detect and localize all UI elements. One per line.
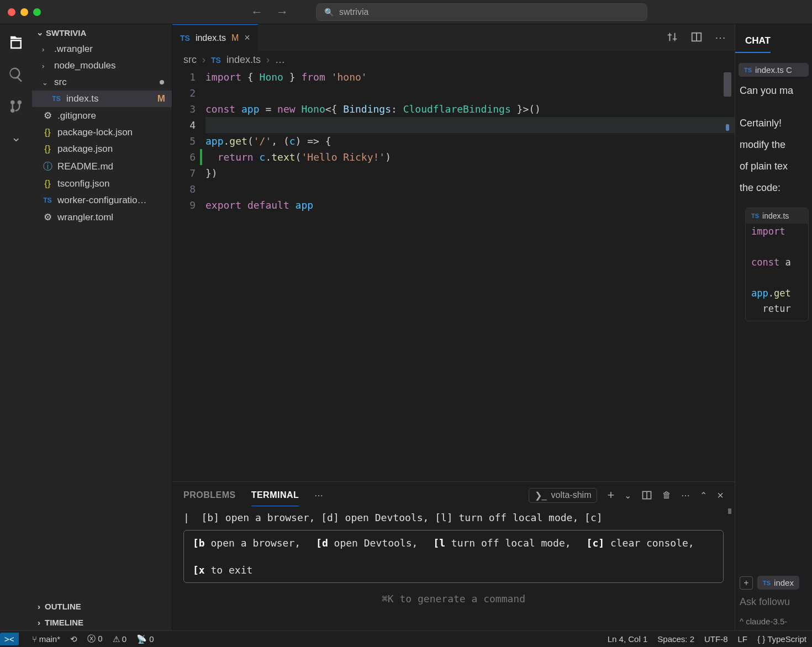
- timeline-section[interactable]: › TIMELINE: [32, 614, 172, 630]
- ts-file-icon: TS: [763, 580, 771, 586]
- warnings-indicator[interactable]: ⚠ 0: [113, 634, 127, 644]
- outline-section[interactable]: › OUTLINE: [32, 598, 172, 614]
- branch-indicator[interactable]: ⑂ main*: [32, 634, 61, 644]
- remote-indicator[interactable]: ><: [0, 633, 19, 645]
- chevron-down-icon[interactable]: ⌄: [11, 130, 21, 145]
- diff-icon[interactable]: [666, 31, 678, 43]
- chevron-up-icon[interactable]: ⌃: [700, 490, 707, 501]
- chat-input[interactable]: Ask followu: [740, 596, 808, 608]
- close-panel-icon[interactable]: ×: [717, 489, 724, 502]
- chat-tab[interactable]: CHAT: [735, 24, 771, 53]
- tab-close-icon[interactable]: ×: [244, 32, 250, 44]
- traffic-lights: [8, 8, 41, 16]
- code-line[interactable]: import { Hono } from 'hono': [205, 69, 735, 85]
- minimize-window-button[interactable]: [20, 8, 28, 16]
- more-icon[interactable]: ⋯: [681, 490, 690, 501]
- editor-area: TS index.ts M × ⋯ src › TS index.ts › … …: [172, 24, 735, 630]
- panel-tabs: PROBLEMS TERMINAL ⋯ ❯_ volta-shim + ⌄ 🗑 …: [172, 482, 735, 508]
- minimap[interactable]: [724, 69, 731, 131]
- indentation-status[interactable]: Spaces: 2: [657, 634, 694, 644]
- info-icon: ⓘ: [42, 160, 53, 173]
- chat-model-picker[interactable]: ^ claude-3.5-: [740, 617, 808, 626]
- json-file-icon: {}: [42, 144, 53, 155]
- chat-context-chip[interactable]: TS index: [757, 576, 799, 590]
- language-status[interactable]: { } TypeScript: [757, 634, 806, 644]
- errors-indicator[interactable]: ⓧ 0: [87, 634, 103, 644]
- tree-file-wrangler-toml[interactable]: ⚙ wrangler.toml: [32, 209, 172, 226]
- chevron-right-icon: ›: [266, 54, 270, 66]
- explorer-header[interactable]: ⌄ SWTRIVIA: [32, 24, 172, 41]
- code-line[interactable]: export default app: [205, 197, 735, 213]
- branch-icon: ⑂: [32, 634, 37, 644]
- code-editor[interactable]: 123456789 import { Hono } from 'hono' co…: [172, 69, 735, 481]
- terminal-scrollbar[interactable]: [728, 508, 731, 514]
- explorer-icon[interactable]: [8, 34, 24, 51]
- panel-tab-problems[interactable]: PROBLEMS: [183, 485, 236, 506]
- breadcrumb-src[interactable]: src: [183, 54, 197, 66]
- code-line[interactable]: }): [205, 165, 735, 181]
- source-control-icon[interactable]: [8, 98, 24, 115]
- tree-file-package-lock[interactable]: {} package-lock.json: [32, 124, 172, 141]
- add-context-button[interactable]: +: [740, 576, 753, 590]
- terminal-line: | [b] open a browser, [d] open Devtools,…: [183, 512, 724, 523]
- tree-file-tsconfig[interactable]: {} tsconfig.json: [32, 176, 172, 192]
- terminal-profile[interactable]: ❯_ volta-shim: [529, 488, 598, 503]
- breadcrumb[interactable]: src › TS index.ts › …: [172, 51, 735, 69]
- eol-status[interactable]: LF: [738, 634, 748, 644]
- chat-code-line: const a: [746, 254, 808, 270]
- code-line[interactable]: [205, 117, 735, 133]
- split-terminal-icon[interactable]: [641, 490, 652, 501]
- terminal-shortcut: [c] clear console,: [587, 537, 694, 549]
- terminal-icon: ❯_: [535, 490, 547, 501]
- titlebar: ← → 🔍 swtrivia: [0, 0, 812, 24]
- cursor-position[interactable]: Ln 4, Col 1: [608, 634, 648, 644]
- more-icon[interactable]: ⋯: [715, 31, 726, 44]
- tree-file-index-ts[interactable]: TS index.ts M: [32, 91, 172, 107]
- close-window-button[interactable]: [8, 8, 15, 16]
- code-line[interactable]: [205, 181, 735, 197]
- search-text: swtrivia: [339, 7, 368, 17]
- nav-arrows: ← →: [251, 5, 288, 19]
- ts-file-icon: TS: [51, 95, 62, 103]
- sync-icon[interactable]: ⟲: [70, 634, 77, 644]
- terminal-body[interactable]: | [b] open a browser, [d] open Devtools,…: [172, 508, 735, 630]
- maximize-window-button[interactable]: [33, 8, 41, 16]
- tree-file-worker-config[interactable]: TS worker-configuratio…: [32, 192, 172, 209]
- chat-code-header: TS index.ts: [746, 208, 808, 224]
- trash-icon[interactable]: 🗑: [662, 490, 671, 500]
- command-center-search[interactable]: 🔍 swtrivia: [316, 3, 647, 21]
- search-activity-icon[interactable]: [8, 66, 24, 83]
- chat-panel: CHAT TS index.ts C Can you ma Certainly!…: [735, 24, 812, 630]
- modified-dot-icon: [160, 80, 164, 84]
- terminal-shortcut: [b open a browser,: [193, 537, 300, 549]
- activity-bar: ⌄: [0, 24, 32, 630]
- panel-tab-terminal[interactable]: TERMINAL: [251, 485, 299, 506]
- explorer-title: SWTRIVIA: [46, 28, 86, 38]
- gear-icon: ⚙: [42, 110, 53, 121]
- chat-context-chip[interactable]: TS index.ts C: [739, 63, 809, 77]
- tree-file-package-json[interactable]: {} package.json: [32, 141, 172, 157]
- chat-reply-line: of plain tex: [735, 156, 812, 177]
- search-icon: 🔍: [324, 8, 334, 17]
- chevron-down-icon[interactable]: ⌄: [624, 490, 631, 501]
- code-line[interactable]: const app = new Hono<{ Bindings: Cloudfl…: [205, 101, 735, 117]
- split-editor-icon[interactable]: [690, 31, 703, 43]
- code-line[interactable]: [205, 85, 735, 101]
- tree-file-readme[interactable]: ⓘ README.md: [32, 157, 172, 176]
- tree-folder-node-modules[interactable]: › node_modules: [32, 57, 172, 74]
- more-icon[interactable]: ⋯: [314, 490, 323, 501]
- editor-tab-index-ts[interactable]: TS index.ts M ×: [172, 24, 258, 51]
- tree-folder-src[interactable]: ⌄ src: [32, 74, 172, 91]
- tree-folder-wrangler[interactable]: › .wrangler: [32, 41, 172, 57]
- ports-indicator[interactable]: 📡 0: [136, 634, 154, 644]
- new-terminal-icon[interactable]: +: [607, 488, 614, 502]
- code-line[interactable]: return c.text('Hello Ricky!'): [205, 149, 735, 165]
- breadcrumb-ellipsis[interactable]: …: [275, 54, 285, 66]
- chat-user-message: Can you ma: [735, 80, 812, 102]
- tree-file-gitignore[interactable]: ⚙ .gitignore: [32, 107, 172, 124]
- breadcrumb-file[interactable]: index.ts: [226, 54, 261, 66]
- nav-forward-icon[interactable]: →: [276, 5, 288, 19]
- nav-back-icon[interactable]: ←: [251, 5, 263, 19]
- code-line[interactable]: app.get('/', (c) => {: [205, 133, 735, 149]
- encoding-status[interactable]: UTF-8: [704, 634, 728, 644]
